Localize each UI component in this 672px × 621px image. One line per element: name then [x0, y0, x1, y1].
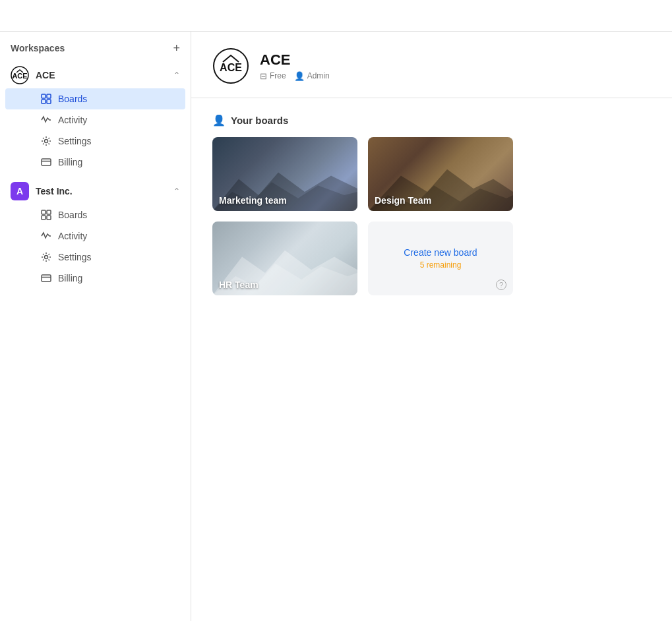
- boards-grid: Marketing team Design Team H: [212, 137, 651, 295]
- test-inc-workspace-name: Test Inc.: [36, 186, 73, 196]
- workspace-badges: ⊟ Free 👤 Admin: [260, 71, 330, 81]
- ace-top-logo-icon: ACE: [212, 47, 249, 84]
- workspaces-label: Workspaces: [11, 43, 65, 53]
- ace-boards-label: Boards: [58, 94, 87, 104]
- svg-rect-7: [42, 159, 51, 165]
- admin-badge-icon: 👤: [294, 71, 305, 81]
- sidebar-item-test-settings[interactable]: Settings: [5, 247, 185, 268]
- test-activity-label: Activity: [58, 231, 87, 241]
- create-board-remaining: 5 remaining: [420, 260, 462, 270]
- board-card-design[interactable]: Design Team: [368, 137, 513, 211]
- create-board-help-icon[interactable]: ?: [496, 280, 506, 290]
- billing-icon: [41, 157, 51, 167]
- svg-rect-5: [47, 100, 51, 104]
- create-new-board-button[interactable]: Create new board 5 remaining ?: [368, 222, 513, 295]
- activity-icon-2: [41, 231, 51, 241]
- svg-rect-14: [42, 275, 51, 281]
- sidebar-item-ace-activity[interactable]: Activity: [5, 109, 185, 131]
- workspace-title: ACE: [260, 51, 330, 69]
- grid-icon: [41, 94, 51, 104]
- sidebar-item-ace-boards[interactable]: Boards: [5, 88, 185, 109]
- boards-section: 👤 Your boards Marketing team: [191, 98, 672, 311]
- svg-rect-3: [47, 94, 51, 98]
- test-inc-chevron-icon: ⌃: [173, 187, 180, 196]
- test-inc-logo-text: A: [16, 186, 23, 196]
- help-question-mark: ?: [499, 281, 503, 289]
- test-billing-label: Billing: [58, 273, 82, 283]
- admin-badge-label: Admin: [307, 71, 330, 80]
- design-board-title: Design Team: [375, 195, 431, 206]
- svg-point-6: [45, 140, 48, 143]
- free-badge-label: Free: [270, 71, 286, 80]
- workspace-top-logo: ACE: [212, 47, 249, 84]
- admin-badge: 👤 Admin: [294, 71, 330, 81]
- board-card-hr[interactable]: HR Team: [212, 222, 357, 295]
- marketing-board-title: Marketing team: [219, 195, 287, 206]
- workspace-test-inc-header-left: A Test Inc.: [11, 182, 73, 200]
- workspace-top-header: ACE ACE ⊟ Free 👤 Admin: [191, 32, 672, 98]
- sidebar: Workspaces + ACE ACE ⌃: [0, 32, 191, 621]
- svg-rect-9: [42, 210, 46, 214]
- grid-icon-2: [41, 210, 51, 220]
- workspace-ace-header-left: ACE ACE: [11, 66, 55, 84]
- workspace-ace: ACE ACE ⌃ Bo: [0, 62, 191, 173]
- ace-settings-label: Settings: [58, 136, 92, 146]
- add-workspace-button[interactable]: +: [173, 42, 180, 54]
- main-content: ACE ACE ⊟ Free 👤 Admin: [191, 32, 672, 621]
- free-badge-icon: ⊟: [260, 71, 267, 81]
- svg-rect-10: [47, 210, 51, 214]
- svg-rect-12: [47, 216, 51, 220]
- boards-section-title: Your boards: [231, 115, 288, 126]
- settings-icon: [41, 136, 51, 146]
- svg-rect-2: [42, 94, 46, 98]
- sidebar-item-test-activity[interactable]: Activity: [5, 225, 185, 247]
- board-card-marketing[interactable]: Marketing team: [212, 137, 357, 211]
- sidebar-item-ace-billing[interactable]: Billing: [5, 152, 185, 173]
- test-inc-logo: A: [11, 182, 29, 200]
- test-boards-label: Boards: [58, 210, 87, 220]
- sidebar-item-ace-settings[interactable]: Settings: [5, 131, 185, 152]
- ace-workspace-name: ACE: [36, 70, 55, 80]
- create-board-label: Create new board: [404, 247, 477, 258]
- workspace-ace-header[interactable]: ACE ACE ⌃: [0, 62, 191, 88]
- ace-logo: ACE: [11, 66, 29, 84]
- test-settings-label: Settings: [58, 252, 92, 262]
- ace-logo-icon: ACE: [11, 66, 29, 84]
- workspaces-header: Workspaces +: [0, 42, 191, 62]
- workspace-test-inc: A Test Inc. ⌃ Boards: [0, 178, 191, 289]
- person-icon: 👤: [212, 114, 226, 127]
- settings-icon-2: [41, 252, 51, 262]
- ace-chevron-icon: ⌃: [173, 71, 180, 80]
- hr-board-title: HR Team: [219, 280, 259, 290]
- svg-point-13: [45, 256, 48, 259]
- billing-icon-2: [41, 273, 51, 283]
- svg-rect-4: [42, 100, 46, 104]
- svg-text:ACE: ACE: [220, 62, 242, 73]
- ace-billing-label: Billing: [58, 157, 82, 167]
- workspace-top-info: ACE ⊟ Free 👤 Admin: [260, 51, 330, 81]
- svg-rect-11: [42, 216, 46, 220]
- ace-activity-label: Activity: [58, 115, 87, 125]
- svg-text:ACE: ACE: [12, 72, 27, 80]
- activity-icon: [41, 115, 51, 125]
- sidebar-item-test-boards[interactable]: Boards: [5, 204, 185, 225]
- top-bar: [0, 0, 672, 32]
- boards-section-header: 👤 Your boards: [212, 114, 651, 127]
- free-badge: ⊟ Free: [260, 71, 286, 81]
- workspace-test-inc-header[interactable]: A Test Inc. ⌃: [0, 178, 191, 204]
- sidebar-item-test-billing[interactable]: Billing: [5, 268, 185, 289]
